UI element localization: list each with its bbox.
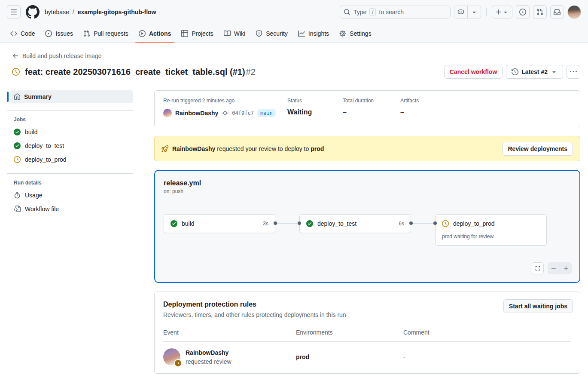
- more-options-button[interactable]: [567, 65, 580, 79]
- tab-code[interactable]: Code: [7, 24, 38, 43]
- tab-insights[interactable]: Insights: [295, 24, 332, 43]
- tab-label: Settings: [350, 30, 372, 37]
- sidebar-item-workflow-file[interactable]: Workflow file: [7, 202, 133, 216]
- run-status-card: Re-run triggered 2 minutes ago RainbowDa…: [154, 90, 580, 127]
- tab-projects[interactable]: Projects: [178, 24, 217, 43]
- graph-node-deploy-to-prod[interactable]: deploy_to_prod prod waiting for review: [435, 214, 547, 246]
- run-main: Re-run triggered 2 minutes ago RainbowDa…: [154, 90, 580, 374]
- node-name: deploy_to_prod: [453, 220, 495, 227]
- connector-dot: [433, 221, 437, 225]
- code-icon: [10, 30, 17, 37]
- breadcrumb-repo-link[interactable]: example-gitops-github-flow: [78, 9, 156, 15]
- run-title-group: feat: create 202503071616_create_ticket_…: [12, 67, 256, 77]
- hamburger-menu-button[interactable]: [7, 5, 21, 19]
- search-placeholder-suffix: to search: [379, 9, 404, 15]
- fullscreen-button[interactable]: [532, 262, 544, 274]
- review-request-banner: RainbowDashy requested your review to de…: [154, 136, 580, 161]
- actor-avatar[interactable]: [163, 109, 172, 117]
- usage-label: Usage: [25, 192, 42, 199]
- banner-target-env: prod: [311, 145, 324, 152]
- node-name: build: [182, 220, 195, 227]
- search-placeholder-prefix: Type: [353, 9, 366, 15]
- graph-controls: [532, 262, 572, 274]
- run-title-text: feat: create 202503071616_create_ticket_…: [25, 67, 245, 77]
- search-input[interactable]: Type / to search: [340, 6, 451, 18]
- sidebar-job-deploy-to-prod[interactable]: deploy_to_prod: [7, 153, 133, 166]
- banner-actor-link[interactable]: RainbowDashy: [172, 145, 215, 152]
- zoom-out-button[interactable]: [548, 262, 560, 274]
- shield-icon: [256, 30, 262, 37]
- success-icon: [171, 220, 177, 227]
- table-row: RainbowDashy requested review prod -: [163, 342, 571, 372]
- tab-actions[interactable]: Actions: [135, 24, 174, 43]
- banner-text: RainbowDashy requested your review to de…: [172, 145, 324, 152]
- sidebar-job-deploy-to-test[interactable]: deploy_to_test: [7, 139, 133, 153]
- copilot-dropdown-button[interactable]: [467, 6, 481, 18]
- actor-link[interactable]: RainbowDashy: [175, 110, 218, 117]
- sidebar-job-build[interactable]: build: [7, 125, 133, 139]
- trigger-actor-row: RainbowDashy 04f9fc7 main: [163, 109, 287, 117]
- issues-header-button[interactable]: [516, 5, 530, 19]
- sidebar-item-usage[interactable]: Usage: [7, 188, 133, 202]
- tab-security[interactable]: Security: [252, 24, 291, 43]
- notifications-button[interactable]: [550, 5, 564, 19]
- history-icon: [512, 68, 518, 75]
- connector-dot: [274, 221, 277, 225]
- header-divider: [486, 8, 487, 16]
- run-title-row: feat: create 202503071616_create_ticket_…: [12, 65, 580, 79]
- latest-run-button[interactable]: Latest #2: [506, 65, 563, 79]
- kebab-icon: [570, 68, 577, 75]
- stopwatch-icon: [14, 192, 21, 199]
- column-header-event: Event: [163, 329, 296, 336]
- graph-node-build[interactable]: build 3s: [164, 214, 275, 233]
- graph-node-deploy-to-test[interactable]: deploy_to_test 6s: [299, 214, 411, 233]
- plus-segment[interactable]: [492, 6, 512, 18]
- clock-icon: [176, 361, 180, 366]
- event-description: requested review: [186, 358, 232, 365]
- sidebar-item-summary[interactable]: Summary: [10, 90, 133, 103]
- start-all-waiting-jobs-button[interactable]: Start all waiting jobs: [503, 299, 573, 313]
- banner-message: requested your review to deploy to: [215, 145, 311, 152]
- job-name: build: [25, 129, 38, 135]
- workflow-graph-card: release.yml on: push build 3s: [154, 170, 580, 283]
- breadcrumb-org-link[interactable]: bytebase: [45, 9, 69, 15]
- git-commit-icon: [222, 110, 228, 117]
- commit-sha-link[interactable]: 04f9fc7: [232, 110, 254, 116]
- play-circle-icon: [139, 30, 146, 37]
- success-icon: [306, 220, 313, 227]
- git-pull-request-icon: [536, 9, 543, 15]
- column-header-comment: Comment: [403, 329, 571, 336]
- tab-label: Code: [21, 30, 35, 37]
- copilot-button[interactable]: [454, 6, 467, 18]
- hamburger-icon: [10, 9, 17, 15]
- header-actions: Type / to search: [340, 5, 581, 19]
- connector-line: [277, 223, 298, 224]
- active-indicator-bar: [7, 92, 9, 102]
- chevron-down-icon: [471, 9, 478, 15]
- workflow-graph: build 3s deploy_to_test 6s: [164, 214, 571, 246]
- artifacts-label: Artifacts: [400, 98, 419, 104]
- connector-dot: [298, 221, 301, 225]
- github-logo-icon[interactable]: [26, 5, 40, 19]
- repo-nav: Code Issues Pull requests Actions Projec…: [0, 24, 588, 43]
- cancel-workflow-button[interactable]: Cancel workflow: [444, 65, 503, 79]
- user-avatar[interactable]: [567, 5, 581, 19]
- tab-pull-requests[interactable]: Pull requests: [80, 24, 132, 43]
- tab-wiki[interactable]: Wiki: [220, 24, 249, 43]
- review-deployments-button[interactable]: Review deployments: [503, 142, 573, 156]
- jobs-heading: Jobs: [7, 117, 133, 123]
- graph-icon: [298, 30, 305, 37]
- duration-column: Total duration –: [343, 98, 400, 117]
- tab-settings[interactable]: Settings: [336, 24, 375, 43]
- zoom-in-button[interactable]: [560, 262, 572, 274]
- tab-label: Pull requests: [94, 30, 128, 37]
- pull-requests-header-button[interactable]: [533, 5, 547, 19]
- back-link[interactable]: Build and push release image: [12, 52, 101, 59]
- tab-issues[interactable]: Issues: [42, 24, 76, 43]
- reviewer-name-link[interactable]: RainbowDashy: [186, 349, 228, 356]
- branch-badge[interactable]: main: [257, 109, 276, 117]
- create-new-button[interactable]: [492, 6, 512, 18]
- status-label: Status: [287, 98, 343, 104]
- book-icon: [224, 30, 231, 37]
- reviewer-avatar[interactable]: [163, 348, 180, 366]
